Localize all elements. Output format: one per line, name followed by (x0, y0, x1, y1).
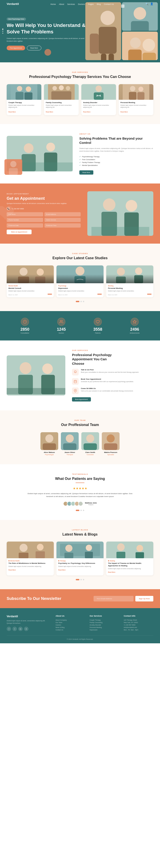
nav-item-contact[interactable]: Contact Us (104, 2, 114, 6)
appointment-phone-input[interactable] (7, 218, 43, 222)
service-link-2[interactable]: Read More (46, 111, 53, 113)
news-link-2[interactable]: Read More (58, 569, 66, 571)
case-dot-3 (147, 294, 152, 294)
solving-read-more-button[interactable]: Read More (79, 170, 93, 175)
hero-heading: We Will Help You to Understand & Solve T… (7, 22, 87, 35)
svg-point-94 (86, 545, 92, 551)
appointment-date-input[interactable] (7, 223, 43, 227)
services-title: Professional Psychology Therapy Services… (7, 74, 153, 79)
svg-point-66 (19, 362, 31, 374)
newsletter-submit-button[interactable]: Sign Up Now (135, 596, 153, 601)
testimonials-tag: Testimonials (7, 473, 153, 475)
case-image-overlay-1 (7, 274, 54, 283)
footer-links-2: Couple Therapy Family Counseling Anxiety… (89, 619, 119, 631)
service-link-4[interactable]: Read More (120, 111, 128, 113)
prof-feature-2: Book Your Appointment Schedule at your p… (72, 378, 153, 385)
appointment-email-input[interactable] (44, 212, 81, 216)
svg-point-92 (65, 545, 73, 552)
svg-point-88 (37, 544, 44, 551)
news-dot-1[interactable] (76, 579, 79, 580)
svg-point-12 (143, 39, 155, 51)
svg-point-20 (52, 86, 57, 90)
footer-link-2-2[interactable]: Family Counseling (89, 621, 119, 624)
prof-feature-icon-1 (72, 369, 79, 375)
search-icon[interactable]: 🔍 (145, 2, 149, 5)
hero-secondary-button[interactable]: Read More (27, 45, 41, 50)
hero-primary-button[interactable]: Free Appointment (7, 45, 25, 50)
appointment-submit-button[interactable]: Make an Appointment (7, 229, 32, 234)
nav-item-pages[interactable]: Pages (88, 2, 94, 6)
nav-item-services[interactable]: Services (67, 2, 75, 6)
nav-item-blog[interactable]: Blog (97, 2, 101, 6)
footer-brand-col: Verdantil Disitent lapit unipue sit amet… (7, 615, 51, 631)
stat-label-4: Achievements (130, 332, 139, 334)
testimonial-stars: ★★★★★ (7, 487, 153, 490)
testimonial-dot-3[interactable] (83, 510, 84, 511)
solving-feature-2: Free Consultation (79, 158, 153, 161)
footer-link-2-3[interactable]: Anxiety Disorder (89, 624, 119, 626)
prof-feature-text-1: Book your consultation to discuss your c… (81, 371, 139, 373)
prof-feature-content-2: Book Your Appointment Schedule at your p… (81, 378, 134, 383)
news-card-tag-1: Mental Health (8, 560, 52, 562)
user-icon[interactable]: 👤 (150, 2, 153, 5)
footer-link-1-2[interactable]: Our Team (55, 621, 85, 624)
testimonial-dot-2[interactable] (80, 510, 82, 511)
footer-link-1-3[interactable]: Careers (55, 624, 85, 626)
testimonials-title: What Our Patients are Saying (7, 476, 153, 481)
appointment-name-input[interactable] (7, 212, 43, 216)
footer-link-3-3[interactable]: +1 234 567 8900 (124, 624, 153, 626)
service-image-2 (44, 84, 79, 100)
footer-links-3: 123 Therapy Street New York, NY 10001 +1… (124, 619, 153, 631)
prof-book-button[interactable]: Book Appointment (72, 397, 91, 402)
case-card-body-3: Meeting Personal Meeting Disitent lapit … (106, 283, 153, 297)
footer-link-2-5[interactable]: Depression (89, 629, 119, 631)
footer-link-2-4[interactable]: Personal Meeting (89, 626, 119, 629)
dot-1[interactable] (76, 301, 79, 302)
service-text-1: Disitent lapit unipue sit amet consectet… (8, 104, 40, 108)
footer-link-1-5[interactable]: Contact Us (55, 629, 85, 631)
footer-col-title-3: Contact Info (124, 615, 153, 617)
newsletter-email-input[interactable] (93, 596, 133, 601)
news-card-3: Healing The Impact of Trauma on Mental H… (106, 541, 153, 576)
footer-link-3-4[interactable]: info@verdantil.com (124, 626, 153, 629)
prof-feature-content-3: Come Sit With Us Visit us for your sessi… (81, 388, 133, 392)
author-avatars (63, 501, 83, 506)
solving-small-image (4, 159, 22, 175)
news-dot-2[interactable] (80, 579, 82, 580)
solving-features: Psychotherapy Therapy Free Consultation … (79, 155, 153, 167)
dot-2[interactable] (80, 301, 82, 302)
testimonial-dot-1[interactable] (76, 510, 79, 511)
footer-link-3-5: Mon - Fri: 9am - 6pm (124, 629, 153, 631)
news-link-3[interactable]: Read More (108, 571, 115, 573)
instagram-icon[interactable]: in (18, 627, 23, 631)
hero-images (83, 0, 160, 62)
footer-link-2-1[interactable]: Couple Therapy (89, 619, 119, 621)
appointment-form[interactable] (7, 212, 81, 227)
brand-logo[interactable]: Verdantil (7, 2, 19, 6)
service-link-1[interactable]: Read More (8, 111, 16, 113)
team-member-3: Clare Smith Counselor (81, 432, 99, 455)
appointment-service-input[interactable] (44, 218, 81, 222)
linkedin-icon[interactable]: li (24, 627, 29, 631)
footer-link-1-1[interactable]: About Company (55, 619, 85, 621)
case-text-2: Disitent lapit unipue sit amet consectet… (58, 290, 102, 292)
appointment-time-input[interactable] (44, 223, 81, 227)
svg-rect-100 (135, 552, 144, 558)
team-avatar-1 (40, 432, 58, 450)
prof-content: Our Services Professional Psychology App… (72, 349, 153, 402)
service-link-3[interactable]: Read More (83, 111, 90, 113)
footer-link-1-4[interactable]: News & Blog (55, 626, 85, 629)
news-dot-3[interactable] (83, 579, 84, 580)
footer-logo: Verdantil (7, 615, 51, 618)
stat-icon-1 (21, 318, 29, 326)
twitter-icon[interactable]: t (12, 627, 17, 631)
facebook-icon[interactable]: f (7, 627, 11, 631)
nav-item-home[interactable]: Home (50, 2, 56, 6)
prof-feature-3: Come Sit With Us Visit us for your sessi… (72, 388, 153, 394)
dot-3[interactable] (83, 301, 84, 302)
news-link-1[interactable]: Read More (8, 569, 16, 571)
nav-item-about[interactable]: About (59, 2, 64, 6)
service-card-2: Family Counseling Disitent lapit unipue … (44, 84, 79, 115)
nav-item-doctors[interactable]: Doctors (78, 2, 85, 6)
prof-feature-title-1: Talk to Us First (81, 369, 139, 371)
